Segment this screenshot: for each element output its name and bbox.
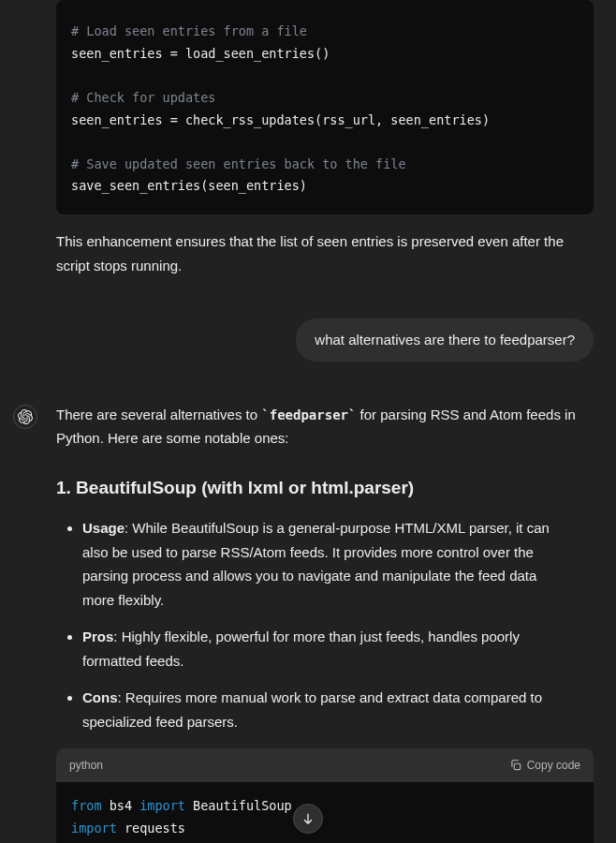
svg-rect-0 xyxy=(514,764,520,770)
assistant-avatar-icon xyxy=(13,405,37,429)
code-header: python Copy code xyxy=(56,748,594,782)
copy-code-button[interactable]: Copy code xyxy=(509,756,580,775)
user-message: what alternatives are there to feedparse… xyxy=(296,318,594,362)
section-heading-1: 1. BeautifulSoup (with lxml or html.pars… xyxy=(56,473,594,503)
assistant-intro: There are several alternatives to `feedp… xyxy=(56,403,594,451)
bullet-list: Usage: While BeautifulSoup is a general-… xyxy=(56,516,567,733)
code-block-bs4: python Copy code from bs4 import Beautif… xyxy=(56,748,594,843)
list-item: Cons: Requires more manual work to parse… xyxy=(82,686,567,733)
code-language-label: python xyxy=(69,756,103,775)
list-item: Usage: While BeautifulSoup is a general-… xyxy=(82,516,567,612)
list-item: Pros: Highly flexible, powerful for more… xyxy=(82,625,567,673)
code-content: from bs4 import BeautifulSoup import req… xyxy=(56,782,594,843)
scroll-down-button[interactable] xyxy=(293,804,323,834)
assistant-paragraph: This enhancement ensures that the list o… xyxy=(56,229,594,277)
arrow-down-icon xyxy=(301,811,315,826)
copy-icon xyxy=(509,759,522,772)
inline-code-feedparser: `feedparser` xyxy=(261,407,356,422)
code-content: # Load seen entries from a file seen_ent… xyxy=(56,7,594,214)
code-block-top: # Load seen entries from a file seen_ent… xyxy=(56,0,594,214)
